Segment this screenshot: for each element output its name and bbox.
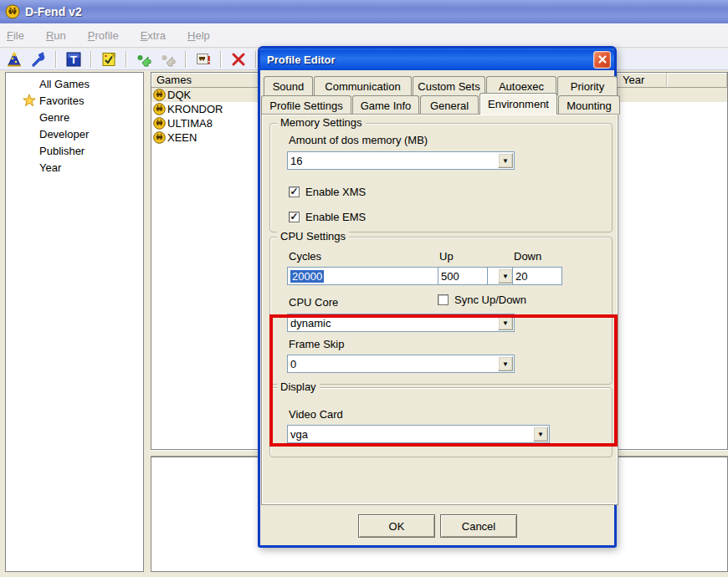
tab-environment[interactable]: Environment <box>479 93 557 115</box>
menubar: File Run Profile Extra Help <box>0 23 728 48</box>
dialog-title: Profile Editor <box>267 54 593 66</box>
cpu-settings-group: CPU Settings Cycles Up Down 20000 ▼ 500 … <box>269 237 613 385</box>
checkbox-label: Enable XMS <box>305 186 366 198</box>
chevron-down-icon[interactable]: ▼ <box>498 315 513 330</box>
run-icon[interactable] <box>135 50 153 69</box>
input-value: 500 <box>441 270 459 283</box>
sidebar-item-year[interactable]: Year <box>6 159 143 176</box>
sidebar-item-all-games[interactable]: All Games <box>6 75 143 92</box>
dos-memory-label: Amount of dos memory (MB) <box>289 134 428 146</box>
tab-custom-sets[interactable]: Custom Sets <box>413 76 485 95</box>
game-icon <box>153 89 166 101</box>
category-sidebar: All Games Favorites Genre Developer Publ… <box>5 72 144 572</box>
combo-value: vga <box>290 428 308 441</box>
chevron-down-icon[interactable]: ▼ <box>498 356 513 371</box>
dos-memory-combo[interactable]: 16 ▼ <box>287 151 515 170</box>
checkbox-box[interactable] <box>438 294 449 305</box>
close-icon[interactable] <box>593 51 611 69</box>
combo-value: 0 <box>290 358 296 370</box>
sidebar-item-label: Year <box>39 161 61 174</box>
checkbox-box[interactable]: ✓ <box>289 186 300 197</box>
enable-ems-checkbox[interactable]: ✓ Enable EMS <box>289 211 366 223</box>
display-group: Display Video Card vga ▼ <box>269 387 613 457</box>
up-label: Up <box>439 250 454 263</box>
toolbar-separator <box>90 51 92 68</box>
up-input[interactable]: 500 <box>438 267 488 285</box>
cpu-core-combo[interactable]: dynamic ▼ <box>287 314 515 332</box>
blank-icon <box>23 127 36 140</box>
tab-general[interactable]: General <box>420 95 479 115</box>
menu-extra[interactable]: Extra <box>141 29 166 42</box>
frame-skip-combo[interactable]: 0 ▼ <box>287 355 515 373</box>
game-row-label: DQK <box>167 89 191 101</box>
desktop: { "window": { "title": "D-Fend v2" }, "m… <box>0 0 728 577</box>
sidebar-item-label: Developer <box>39 128 89 140</box>
column-header-blank[interactable] <box>667 73 727 88</box>
menu-file[interactable]: File <box>7 29 24 42</box>
down-input[interactable]: 20 <box>512 267 562 285</box>
delete-icon[interactable] <box>229 50 248 69</box>
svg-text:T: T <box>70 54 77 66</box>
menu-profile[interactable]: Profile <box>88 29 119 42</box>
sidebar-item-label: Genre <box>39 111 69 124</box>
tab-priority[interactable]: Priority <box>557 76 618 95</box>
blank-icon <box>23 110 36 124</box>
checkbox-label: Enable EMS <box>305 211 366 223</box>
sidebar-item-publisher[interactable]: Publisher <box>6 142 143 159</box>
run-disabled-icon <box>159 50 177 69</box>
sidebar-item-label: Publisher <box>39 145 85 157</box>
game-row-label: KRONDOR <box>167 103 223 115</box>
sidebar-item-genre[interactable]: Genre <box>6 109 143 125</box>
cancel-button[interactable]: Cancel <box>440 514 517 538</box>
tab-row-1: Sound Communication Custom Sets Autoexec… <box>264 76 618 95</box>
blank-icon <box>23 161 36 174</box>
main-titlebar: D-Fend v2 <box>0 0 728 23</box>
combo-value-selected: 20000 <box>290 270 324 283</box>
chevron-down-icon[interactable]: ▼ <box>498 153 513 168</box>
cycles-label: Cycles <box>289 250 321 263</box>
sidebar-item-label: All Games <box>39 78 90 90</box>
sidebar-item-label: Favorites <box>39 94 84 107</box>
game-row-label: ULTIMA8 <box>167 117 213 130</box>
group-legend: Display <box>277 380 320 393</box>
wizard-icon[interactable] <box>5 50 23 69</box>
tab-sound[interactable]: Sound <box>264 76 313 95</box>
menu-help[interactable]: Help <box>187 29 210 42</box>
checkbox-box[interactable]: ✓ <box>289 212 300 222</box>
wrench-icon[interactable] <box>29 50 48 69</box>
dialog-titlebar: Profile Editor <box>260 49 614 70</box>
profile-editor-dialog: Profile Editor Sound Communication Custo… <box>258 46 617 548</box>
tab-communication[interactable]: Communication <box>314 76 412 95</box>
group-legend: CPU Settings <box>277 230 349 243</box>
video-card-label: Video Card <box>289 408 343 421</box>
enable-xms-checkbox[interactable]: ✓ Enable XMS <box>289 186 366 198</box>
sidebar-item-developer[interactable]: Developer <box>6 125 143 142</box>
video-card-combo[interactable]: vga ▼ <box>287 425 550 443</box>
menu-run[interactable]: Run <box>46 29 66 42</box>
chevron-down-icon[interactable]: ▼ <box>498 268 513 283</box>
tab-profile-settings[interactable]: Profile Settings <box>261 95 351 115</box>
toolbar-separator <box>255 51 257 68</box>
dosbox-icon[interactable] <box>194 50 213 69</box>
checklist-icon[interactable] <box>100 50 118 69</box>
chevron-down-icon[interactable]: ▼ <box>533 426 548 442</box>
sidebar-item-favorites[interactable]: Favorites <box>6 92 143 109</box>
text-tool-icon[interactable]: T <box>64 50 83 69</box>
tab-mounting[interactable]: Mounting <box>558 95 620 115</box>
tab-row-2: Profile Settings Game Info General Envir… <box>261 95 620 115</box>
toolbar-separator <box>126 51 127 68</box>
combo-value: 16 <box>290 155 302 167</box>
down-label: Down <box>514 250 541 263</box>
cpu-core-label: CPU Core <box>289 296 338 309</box>
game-icon <box>153 117 166 130</box>
sync-updown-checkbox[interactable]: Sync Up/Down <box>438 294 526 306</box>
frame-skip-label: Frame Skip <box>289 338 344 350</box>
window-title: D-Fend v2 <box>25 5 82 18</box>
column-header-year[interactable]: Year <box>618 73 667 88</box>
ok-button[interactable]: OK <box>358 514 435 538</box>
tab-game-info[interactable]: Game Info <box>352 95 419 115</box>
blank-icon <box>23 144 36 157</box>
input-value: 20 <box>515 270 527 283</box>
group-legend: Memory Settings <box>277 116 366 129</box>
blank-icon <box>23 77 36 90</box>
